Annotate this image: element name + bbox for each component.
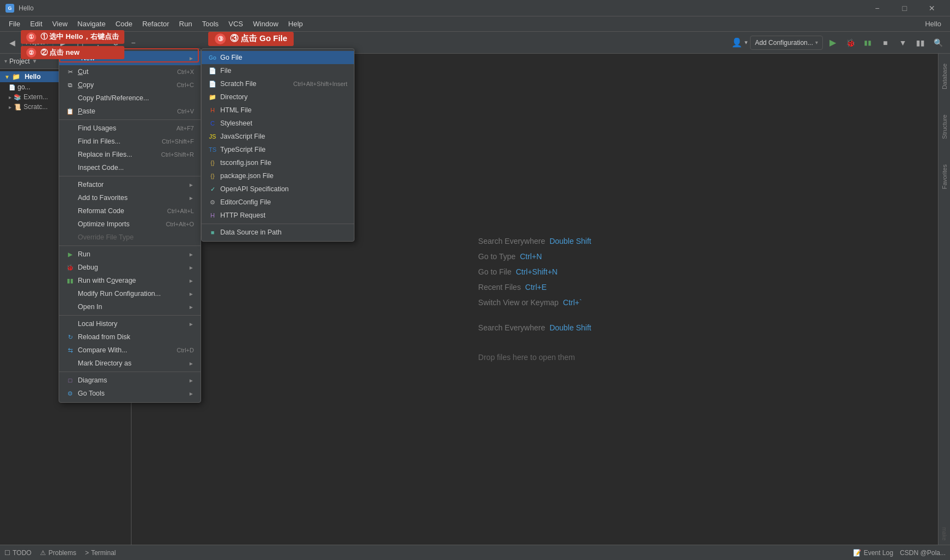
directory-submenu-icon: 📁 bbox=[208, 93, 217, 101]
ctx-item-optimize-imports[interactable]: Optimize Imports Ctrl+Alt+O bbox=[59, 218, 201, 231]
ctx-item-run-with-coverage[interactable]: ▮▮ Run with Coverage ► bbox=[59, 274, 201, 287]
ctx-item-override-file-type: Override File Type bbox=[59, 231, 201, 244]
submenu-item-file[interactable]: 📄 File bbox=[202, 64, 354, 77]
debug-button[interactable]: 🐞 bbox=[843, 35, 858, 50]
submenu-item-openapi-spec[interactable]: ✓ OpenAPI Specification bbox=[202, 182, 354, 196]
hint-switch-view: Switch View or Keymap Ctrl+` bbox=[478, 298, 582, 307]
menu-code[interactable]: Code bbox=[111, 18, 137, 30]
submenu-item-http-request[interactable]: H HTTP Request bbox=[202, 209, 354, 222]
step2-circle: ② bbox=[26, 48, 36, 58]
ctx-item-refactor[interactable]: Refactor ► bbox=[59, 178, 201, 191]
ctx-go-tools-arrow: ► bbox=[188, 391, 194, 397]
status-event-log[interactable]: 📝 Event Log bbox=[853, 549, 893, 557]
ctx-item-find-in-files[interactable]: Find in Files... Ctrl+Shift+F bbox=[59, 135, 201, 148]
submenu-item-stylesheet[interactable]: C Stylesheet bbox=[202, 117, 354, 130]
submenu-item-tsconfig-json[interactable]: {} tsconfig.json File bbox=[202, 156, 354, 169]
ctx-sep-4 bbox=[59, 315, 201, 316]
status-csdn[interactable]: CSDN @Pola... bbox=[900, 549, 946, 557]
ctx-run-label: Run bbox=[78, 250, 90, 258]
ctx-find-in-files-label: Find in Files... bbox=[78, 138, 121, 145]
ctx-item-cut[interactable]: ✂ Cut Ctrl+X bbox=[59, 65, 201, 78]
ctx-copy-shortcut: Ctrl+C bbox=[177, 82, 194, 88]
menu-navigate[interactable]: Navigate bbox=[73, 18, 110, 30]
maximize-button[interactable]: □ bbox=[892, 0, 917, 16]
ctx-item-copy-path[interactable]: Copy Path/Reference... bbox=[59, 92, 201, 105]
ctx-reformat-icon bbox=[66, 207, 75, 215]
ctx-item-compare-with[interactable]: ⇆ Compare With... Ctrl+D bbox=[59, 344, 201, 357]
ctx-go-tools-icon: ⚙ bbox=[66, 389, 75, 398]
ctx-item-debug[interactable]: 🐞 Debug ► bbox=[59, 261, 201, 274]
ctx-copy-path-label: Copy Path/Reference... bbox=[78, 94, 149, 102]
menu-refactor[interactable]: Refactor bbox=[138, 18, 174, 30]
submenu-item-typescript-file[interactable]: TS TypeScript File bbox=[202, 143, 354, 156]
ctx-item-replace-in-files[interactable]: Replace in Files... Ctrl+Shift+R bbox=[59, 148, 201, 161]
ctx-item-go-tools[interactable]: ⚙ Go Tools ► bbox=[59, 387, 201, 400]
submenu-item-javascript-file[interactable]: JS JavaScript File bbox=[202, 130, 354, 143]
ctx-reload-label: Reload from Disk bbox=[78, 333, 130, 341]
ctx-coverage-icon: ▮▮ bbox=[66, 276, 75, 285]
ctx-item-find-usages[interactable]: Find Usages Alt+F7 bbox=[59, 122, 201, 135]
ctx-item-diagrams[interactable]: □ Diagrams ► bbox=[59, 374, 201, 387]
ts-submenu-icon: TS bbox=[208, 145, 217, 154]
stop-button[interactable]: ■ bbox=[878, 35, 893, 50]
favorites-tab[interactable]: Favorites bbox=[940, 160, 949, 193]
ctx-item-local-history[interactable]: Local History ► bbox=[59, 317, 201, 330]
database-tab[interactable]: Database bbox=[940, 59, 949, 94]
toolbar-pause-btn[interactable]: ▮▮ bbox=[913, 35, 928, 50]
submenu-label-stylesheet: Stylesheet bbox=[220, 119, 252, 127]
ctx-item-run[interactable]: ▶ Run ► bbox=[59, 248, 201, 261]
user-area[interactable]: 👤 ▾ bbox=[731, 37, 748, 48]
ctx-item-copy[interactable]: ⧉ Copy Ctrl+C bbox=[59, 78, 201, 92]
ctx-item-reload-from-disk[interactable]: ↻ Reload from Disk bbox=[59, 330, 201, 344]
ctx-mark-dir-arrow: ► bbox=[188, 361, 194, 367]
submenu-item-html-file[interactable]: H HTML File bbox=[202, 104, 354, 117]
search-toolbar-btn[interactable]: 🔍 bbox=[930, 35, 946, 50]
structure-tab[interactable]: Structure bbox=[940, 110, 949, 144]
submenu-item-scratch-file[interactable]: 📄 Scratch File Ctrl+Alt+Shift+Insert bbox=[202, 77, 354, 90]
status-problems[interactable]: ⚠ Problems bbox=[40, 549, 76, 557]
submenu-item-editorconfig[interactable]: ⚙ EditorConfig File bbox=[202, 196, 354, 209]
ctx-modify-run-arrow: ► bbox=[188, 291, 194, 297]
ctx-mark-dir-label: Mark Directory as bbox=[78, 359, 131, 367]
status-todo[interactable]: ☐ TODO bbox=[4, 549, 31, 557]
run-button[interactable]: ▶ bbox=[825, 35, 840, 50]
ctx-item-inspect-code[interactable]: Inspect Code... bbox=[59, 161, 201, 174]
ctx-item-add-to-favorites[interactable]: Add to Favorites ► bbox=[59, 191, 201, 204]
close-button[interactable]: ✕ bbox=[919, 0, 945, 16]
status-terminal[interactable]: > Terminal bbox=[85, 549, 116, 557]
collapse-icon: ▼ bbox=[4, 74, 10, 80]
menu-edit[interactable]: Edit bbox=[26, 18, 47, 30]
ctx-favorites-arrow: ► bbox=[188, 195, 194, 201]
menu-file[interactable]: File bbox=[4, 18, 25, 30]
ctx-diagrams-icon: □ bbox=[66, 376, 75, 385]
ctx-item-paste[interactable]: 📋 Paste Ctrl+V bbox=[59, 105, 201, 118]
submenu-label-go-file: Go File bbox=[220, 54, 242, 61]
tree-label-hello: Hello bbox=[22, 72, 43, 81]
problems-label: Problems bbox=[48, 549, 76, 557]
menu-help[interactable]: Help bbox=[284, 18, 307, 30]
ctx-item-reformat-code[interactable]: Reformat Code Ctrl+Alt+L bbox=[59, 204, 201, 218]
ctx-item-mark-directory-as[interactable]: Mark Directory as ► bbox=[59, 357, 201, 370]
ctx-item-modify-run[interactable]: Modify Run Configuration... ► bbox=[59, 287, 201, 300]
ctx-find-in-files-shortcut: Ctrl+Shift+F bbox=[162, 138, 194, 145]
window-controls[interactable]: − □ ✕ bbox=[865, 0, 945, 16]
coverage-button[interactable]: ▮▮ bbox=[860, 35, 875, 50]
menu-view[interactable]: View bbox=[48, 18, 72, 30]
submenu-item-directory[interactable]: 📁 Directory bbox=[202, 90, 354, 104]
step1-circle: ① bbox=[26, 32, 36, 42]
submenu-item-go-file[interactable]: Go Go File bbox=[202, 51, 354, 64]
openapi-submenu-icon: ✓ bbox=[208, 185, 217, 193]
toolbar-dropdown-btn[interactable]: ▼ bbox=[895, 35, 911, 50]
menu-vcs[interactable]: VCS bbox=[224, 18, 248, 30]
menu-tools[interactable]: Tools bbox=[198, 18, 223, 30]
run-config-dropdown[interactable]: Add Configuration... ▾ bbox=[750, 36, 823, 50]
minimize-button[interactable]: − bbox=[865, 0, 890, 16]
ctx-item-open-in[interactable]: Open In ► bbox=[59, 300, 201, 313]
menu-run[interactable]: Run bbox=[175, 18, 197, 30]
toolbar-back-btn[interactable]: ◀ bbox=[4, 35, 20, 50]
menu-window[interactable]: Window bbox=[249, 18, 283, 30]
js-submenu-icon: JS bbox=[208, 132, 217, 141]
submenu-item-datasource-in-path[interactable]: ■ Data Source in Path bbox=[202, 226, 354, 239]
html-submenu-icon: H bbox=[208, 106, 217, 115]
submenu-item-package-json[interactable]: {} package.json File bbox=[202, 169, 354, 182]
